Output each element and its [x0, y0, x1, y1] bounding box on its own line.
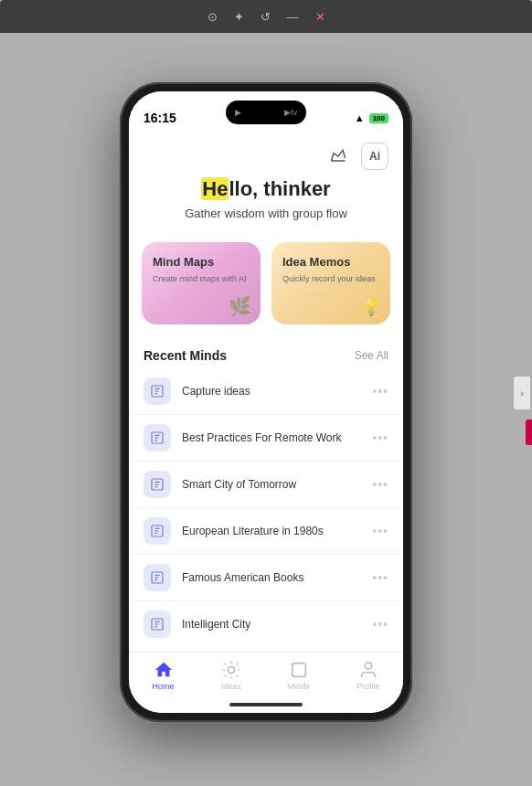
mind-maps-desc: Create mind maps with AI: [153, 273, 250, 285]
list-item[interactable]: Smart City of Tomorrow •••: [129, 462, 403, 508]
item-more-button[interactable]: •••: [372, 617, 388, 632]
item-more-button[interactable]: •••: [372, 477, 388, 492]
sidebar-arrow-right[interactable]: ›: [514, 377, 530, 409]
see-all-button[interactable]: See All: [355, 349, 388, 362]
nav-item-minds[interactable]: Minds: [288, 660, 310, 691]
item-icon: [144, 424, 171, 451]
idea-memos-card[interactable]: Idea Memos Quickly record your ideas 💡: [271, 242, 390, 324]
home-indicator-bar: [129, 696, 403, 713]
main-content: Ai Hello, thinker Gather wisdom with gro…: [129, 135, 403, 652]
refresh-icon[interactable]: ↺: [261, 10, 271, 24]
profile-icon: [358, 660, 378, 680]
svg-line-27: [225, 664, 226, 664]
svg-line-31: [225, 675, 226, 676]
item-title: Capture ideas: [182, 385, 372, 398]
hero-subtitle: Gather wisdom with group flow: [147, 207, 385, 220]
wifi-icon: ▲: [355, 112, 365, 123]
item-more-button[interactable]: •••: [372, 524, 388, 538]
item-title: Intelligent City: [182, 618, 372, 631]
svg-rect-33: [292, 664, 305, 677]
nav-item-home[interactable]: Home: [153, 660, 175, 691]
item-icon: [144, 517, 171, 545]
ai-button[interactable]: Ai: [361, 143, 388, 170]
portrait-icon[interactable]: ⊙: [207, 10, 218, 24]
svg-point-34: [365, 663, 371, 669]
item-title: European Literature in 1980s: [182, 525, 372, 537]
status-bar: 16:15 ▶ ▶tv ▲ 100: [129, 91, 403, 135]
hero-highlight: He: [201, 177, 229, 200]
svg-line-32: [237, 664, 238, 664]
status-right-icons: ▲ 100: [355, 112, 388, 123]
phone-frame: 16:15 ▶ ▶tv ▲ 100 Ai: [120, 82, 412, 722]
minds-icon: [289, 660, 309, 680]
recent-items-list: Capture ideas ••• Best Practices For Rem…: [129, 368, 403, 647]
idea-memos-icon: 💡: [361, 297, 381, 317]
svg-point-24: [228, 666, 234, 673]
nav-profile-label: Profile: [356, 682, 380, 691]
dynamic-island-left: ▶: [235, 108, 241, 117]
feature-cards: Mind Maps Create mind maps with AI 🌿 Ide…: [129, 235, 403, 339]
ideas-icon: [221, 660, 241, 680]
list-item[interactable]: Capture ideas •••: [129, 368, 403, 415]
hero-title: Hello, thinker: [147, 177, 385, 201]
browser-toolbar: ⊙ ✦ ↺ — ✕: [0, 0, 532, 33]
item-icon: [144, 611, 171, 638]
item-more-button[interactable]: •••: [372, 384, 388, 398]
section-title: Recent Minds: [144, 348, 227, 363]
mind-maps-icon: 🌿: [229, 295, 251, 317]
list-item[interactable]: European Literature in 1980s •••: [129, 508, 403, 555]
nav-item-profile[interactable]: Profile: [356, 660, 380, 691]
list-item[interactable]: Best Practices For Remote Work •••: [129, 415, 403, 462]
phone-screen: 16:15 ▶ ▶tv ▲ 100 Ai: [129, 91, 403, 713]
top-actions: Ai: [129, 135, 403, 170]
item-icon: [144, 471, 171, 498]
item-icon: [144, 377, 171, 405]
bottom-navigation: Home Ideas Minds Profile: [129, 652, 403, 696]
item-more-button[interactable]: •••: [372, 570, 388, 585]
dynamic-island: ▶ ▶tv: [226, 101, 306, 124]
list-item[interactable]: Intelligent City •••: [129, 601, 403, 647]
item-title: Best Practices For Remote Work: [182, 431, 372, 444]
scroll-tab: [526, 420, 532, 445]
mind-maps-card[interactable]: Mind Maps Create mind maps with AI 🌿: [142, 242, 261, 324]
hero-rest: llo, thinker: [229, 177, 330, 200]
recent-minds-header: Recent Minds See All: [129, 339, 403, 368]
battery-indicator: 100: [369, 113, 388, 123]
idea-memos-desc: Quickly record your ideas: [282, 273, 379, 285]
nav-minds-label: Minds: [288, 682, 310, 691]
dynamic-island-text: ▶tv: [284, 108, 297, 117]
idea-memos-title: Idea Memos: [282, 255, 379, 269]
close-icon[interactable]: ✕: [315, 10, 325, 24]
crown-button[interactable]: [325, 143, 352, 170]
minimize-icon[interactable]: —: [287, 10, 299, 24]
status-time: 16:15: [144, 111, 176, 125]
svg-line-28: [237, 675, 238, 676]
home-icon: [154, 660, 174, 680]
nav-ideas-label: Ideas: [221, 682, 241, 691]
item-title: Smart City of Tomorrow: [182, 478, 372, 491]
mind-maps-title: Mind Maps: [153, 255, 250, 269]
nav-home-label: Home: [153, 682, 175, 691]
item-title: Famous American Books: [182, 571, 372, 584]
nav-item-ideas[interactable]: Ideas: [221, 660, 241, 691]
hero-section: Hello, thinker Gather wisdom with group …: [129, 170, 403, 235]
item-icon: [144, 564, 171, 591]
item-more-button[interactable]: •••: [372, 430, 388, 445]
star-icon[interactable]: ✦: [234, 10, 244, 24]
list-item[interactable]: Famous American Books •••: [129, 555, 403, 601]
